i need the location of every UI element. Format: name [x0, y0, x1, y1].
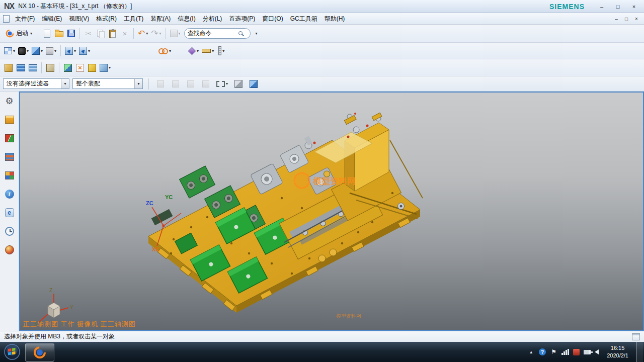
render-style-button[interactable]: ▾	[30, 44, 44, 58]
selection-scope-dropdown[interactable]: 整个装配 ▾	[72, 78, 143, 89]
help-tray-icon[interactable]: ?	[539, 348, 546, 355]
menu-item-format[interactable]: 格式(R)	[93, 14, 120, 24]
cad-model[interactable]: ZC YC XC Z Y X	[20, 93, 643, 330]
child-minimize-button[interactable]: –	[612, 15, 621, 23]
main-area: ⚙ i e	[0, 92, 644, 331]
system-materials-tab[interactable]	[4, 244, 15, 255]
measure-button[interactable]: ▾	[200, 44, 215, 58]
menu-item-information[interactable]: 信息(I)	[174, 14, 199, 24]
separator	[60, 45, 61, 56]
close-button[interactable]: ×	[628, 2, 640, 11]
deselect-button[interactable]	[200, 77, 212, 90]
measure-distance-button[interactable]: ▾	[215, 44, 227, 58]
visualization-button[interactable]: ▾	[157, 44, 173, 58]
highlight-button[interactable]	[185, 77, 197, 90]
network-icon[interactable]	[561, 349, 569, 355]
cut-button[interactable]: ✂	[83, 27, 95, 40]
edit-component-button[interactable]: ▾	[98, 61, 112, 74]
exploded-views-button[interactable]	[44, 61, 56, 74]
resource-bar: ⚙ i e	[0, 92, 19, 331]
scissors-icon: ✂	[86, 30, 92, 37]
reuse-library-tab[interactable]	[4, 170, 15, 181]
snap-view-button[interactable]: ▾	[77, 44, 92, 58]
menu-item-edit[interactable]: 编辑(E)	[38, 14, 65, 24]
window-layout-button[interactable]: ▾	[3, 44, 17, 58]
view-caption: 正三轴测图 工作 摄像机 正三轴测图	[23, 320, 136, 329]
delete-button[interactable]: ×	[119, 27, 131, 40]
marquee-style-button[interactable]: ▾	[215, 77, 229, 90]
menu-item-help[interactable]: 帮助(H)	[321, 14, 349, 24]
search-icon[interactable]	[238, 31, 244, 37]
assembly-navigator-tab[interactable]	[4, 114, 15, 125]
web-browser-tab[interactable]: e	[4, 207, 15, 218]
child-restore-button[interactable]: □	[622, 15, 631, 23]
volume-icon[interactable]	[595, 349, 599, 354]
menu-item-tools[interactable]: 工具(T)	[120, 14, 147, 24]
chevron-down-icon: ▾	[41, 49, 43, 53]
resource-options-button[interactable]: ⚙	[4, 96, 15, 107]
measure-icon	[202, 49, 211, 53]
open-button[interactable]	[53, 27, 65, 40]
constraint-navigator-icon	[5, 134, 14, 142]
paste-button[interactable]	[107, 27, 119, 40]
find-component-button[interactable]	[3, 61, 15, 74]
menu-item-analysis[interactable]: 分析(L)	[199, 14, 226, 24]
wcs-yc-label: YC	[165, 194, 173, 200]
new-file-button[interactable]	[41, 27, 53, 40]
menu-item-preferences[interactable]: 首选项(P)	[225, 14, 259, 24]
orient-view-button[interactable]: ▾	[63, 44, 77, 58]
separator	[133, 28, 134, 39]
show-product-outline-button[interactable]	[15, 61, 27, 74]
start-button[interactable]: 启动 ▾	[3, 27, 35, 40]
assembly-sequence-button[interactable]	[27, 61, 39, 74]
highlight-faces-button[interactable]	[232, 77, 245, 90]
menu-item-file[interactable]: 文件(F)	[12, 14, 38, 24]
background-button[interactable]: ▾	[44, 44, 58, 58]
constraint-navigator-tab[interactable]	[4, 133, 15, 144]
windows-flag-icon	[4, 344, 20, 360]
shade-selection-button[interactable]	[248, 77, 260, 90]
show-degrees-of-freedom-button[interactable]	[86, 61, 98, 74]
copy-button[interactable]	[95, 27, 107, 40]
tile-windows-icon[interactable]	[632, 333, 640, 340]
assembly-constraints-button[interactable]: ×	[74, 61, 86, 74]
select-all-button[interactable]	[154, 77, 167, 90]
hd3d-tools-tab[interactable]: i	[4, 189, 15, 200]
taskbar-clock[interactable]: 16:15 2020/2/1	[603, 344, 632, 359]
nx-swirl-icon	[6, 29, 14, 38]
command-finder-input[interactable]	[188, 30, 238, 37]
move-component-button[interactable]	[62, 61, 74, 74]
display-mode-button[interactable]: ▾	[17, 44, 30, 58]
chevron-down-icon: ▾	[74, 49, 76, 53]
child-close-button[interactable]: ×	[632, 15, 641, 23]
command-finder-options-button[interactable]: ▾	[251, 27, 263, 40]
start-orb-button[interactable]	[3, 343, 21, 361]
triad-y-label: Y	[70, 305, 73, 310]
security-tray-icon[interactable]	[573, 349, 580, 355]
start-button-label: 启动	[16, 29, 28, 38]
taskbar-nx-app-button[interactable]	[25, 343, 54, 361]
snap-point-toggle-button[interactable]	[170, 77, 182, 90]
menu-item-gc-toolbox[interactable]: GC工具箱	[287, 14, 321, 24]
selection-filter-dropdown[interactable]: 没有选择过滤器 ▾	[3, 78, 69, 89]
save-button[interactable]	[65, 27, 77, 40]
history-tab[interactable]	[4, 226, 15, 237]
assembly-sequence-icon	[29, 64, 37, 71]
undo-button[interactable]: ↶ ▾	[136, 27, 149, 40]
hidden-icons-chevron[interactable]: ▲	[527, 348, 535, 356]
minimize-button[interactable]: –	[596, 2, 608, 11]
part-navigator-tab[interactable]	[4, 151, 15, 162]
menu-item-window[interactable]: 窗口(O)	[259, 14, 286, 24]
chevron-down-icon: ▾	[169, 49, 171, 53]
action-center-flag-icon[interactable]: ⚑	[550, 348, 557, 356]
degrees-of-freedom-icon	[88, 64, 96, 72]
graphics-window[interactable]: ZC YC XC Z Y X	[19, 92, 644, 331]
snap-point-button[interactable]: ▾	[187, 44, 200, 58]
web-browser-icon: e	[5, 208, 14, 217]
menu-item-assemblies[interactable]: 装配(A)	[147, 14, 174, 24]
redo-button[interactable]: ↷ ▾	[149, 27, 163, 40]
menu-item-view[interactable]: 视图(V)	[65, 14, 93, 24]
maximize-button[interactable]: □	[612, 2, 624, 11]
show-desktop-button[interactable]	[636, 342, 643, 362]
touch-mode-button[interactable]: ▾	[169, 27, 182, 40]
